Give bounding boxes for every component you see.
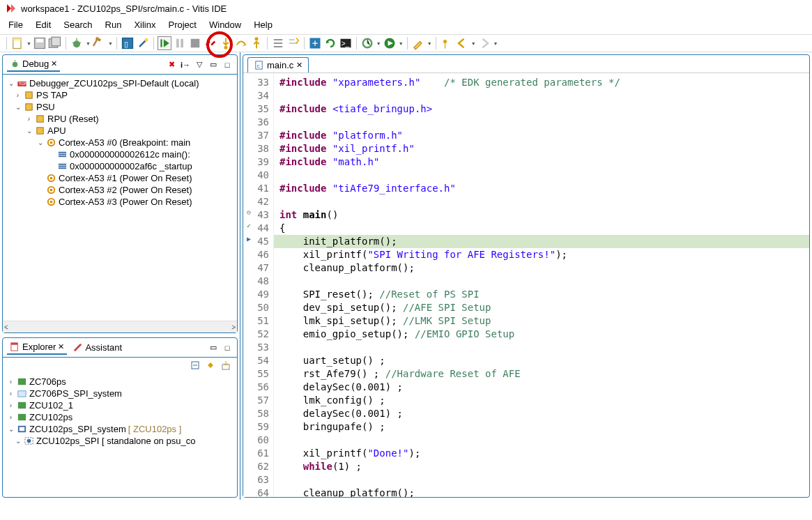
magic-wand-icon[interactable] (136, 36, 150, 50)
pause-icon[interactable] (173, 36, 187, 50)
frame0-node[interactable]: 0x000000000002612c main(): (4, 148, 236, 160)
svg-rect-15 (176, 39, 179, 48)
link-editor-icon[interactable] (205, 360, 216, 371)
collapse-icon[interactable]: › (7, 402, 15, 409)
chip-icon (24, 102, 34, 112)
menu-project[interactable]: Project (169, 20, 197, 30)
target-connect-icon[interactable] (308, 36, 322, 50)
line-number-ruler[interactable]: 3334353637383940414243444546474849505152… (254, 73, 274, 497)
maximize-icon[interactable]: □ (222, 59, 233, 70)
refresh-icon[interactable] (323, 36, 337, 50)
forward-icon[interactable] (477, 36, 491, 50)
build-dropdown-icon[interactable]: ▼ (108, 41, 113, 46)
project-label: ZCU102ps_SPI_system (29, 424, 126, 434)
run-dropdown-icon[interactable]: ▼ (399, 41, 404, 46)
maximize-icon[interactable]: □ (222, 342, 233, 353)
menu-edit[interactable]: Edit (36, 20, 51, 30)
expand-icon[interactable]: ⌄ (14, 437, 22, 445)
core0-node[interactable]: ⌄ Cortex-A53 #0 (Breakpoint: main (4, 137, 236, 148)
collapse-icon[interactable]: › (7, 390, 15, 397)
project-zcu102ps[interactable]: › ZCU102ps (4, 411, 236, 423)
core2-node[interactable]: Cortex-A53 #2 (Power On Reset) (4, 184, 236, 196)
gear-icon (46, 137, 56, 148)
step-return-icon[interactable] (250, 36, 263, 50)
scroll-left-icon[interactable]: < (4, 323, 8, 331)
align-icon[interactable] (271, 36, 285, 50)
close-icon[interactable]: ✕ (51, 59, 57, 68)
expand-icon[interactable]: ⌄ (7, 79, 15, 87)
expand-icon[interactable]: ⌄ (36, 139, 44, 146)
rpu-node[interactable]: › RPU (Reset) (4, 113, 236, 125)
editor-tab-main-c[interactable]: c main.c ✕ (247, 57, 309, 72)
close-icon[interactable]: ✕ (296, 61, 302, 70)
menu-xilinx[interactable]: Xilinx (134, 20, 155, 30)
debug-tab[interactable]: Debug ✕ (7, 57, 60, 72)
import-icon[interactable] (220, 360, 231, 371)
back-icon[interactable] (455, 36, 469, 50)
project-zc706ps-spi-system[interactable]: › ZC706PS_SPI_system (4, 388, 236, 399)
debug-dropdown-icon[interactable]: ▼ (86, 41, 91, 46)
profile-dropdown-icon[interactable]: ▼ (376, 41, 381, 46)
run-icon[interactable] (383, 36, 397, 50)
expand-icon[interactable]: ⌄ (25, 127, 33, 135)
scroll-right-icon[interactable]: > (231, 323, 236, 331)
debug-root[interactable]: ⌄ TCP Debugger_ZCU102ps_SPI-Default (Loc… (4, 77, 236, 89)
instr-step-icon[interactable] (286, 36, 300, 50)
xsct-icon[interactable]: ▯ (121, 36, 135, 50)
svg-rect-36 (26, 92, 32, 98)
close-icon[interactable]: ✕ (58, 342, 64, 351)
expand-icon[interactable]: ⌄ (14, 103, 22, 111)
marker-gutter[interactable]: ⊖✓▶ (243, 73, 254, 497)
debugger-icon: TCP (17, 78, 27, 89)
menu-help[interactable]: Help (254, 20, 273, 30)
profile-icon[interactable] (360, 36, 374, 50)
collapse-all-icon[interactable] (190, 360, 201, 371)
minimize-icon[interactable]: ▭ (208, 59, 219, 70)
stop-icon[interactable] (188, 36, 202, 50)
step-over-icon[interactable] (234, 36, 248, 50)
minimize-icon[interactable]: ▭ (208, 342, 219, 353)
explorer-tab[interactable]: Explorer ✕ (7, 340, 67, 355)
menu-file[interactable]: File (8, 20, 23, 30)
project-zc706ps[interactable]: › ZC706ps (4, 376, 236, 388)
psu-node[interactable]: ⌄ PSU (4, 101, 236, 113)
disconnect-icon[interactable] (204, 36, 217, 50)
project-zcu102-1[interactable]: › ZCU102_1 (4, 399, 236, 411)
view-menu-icon[interactable]: ▽ (194, 59, 205, 70)
hammer-icon[interactable] (92, 36, 106, 50)
assistant-tab[interactable]: Assistant (70, 341, 125, 354)
new-dropdown-icon[interactable]: ▼ (26, 41, 31, 46)
menu-search[interactable]: Search (63, 20, 92, 30)
frame1-node[interactable]: 0x000000000002af6c _startup (4, 160, 236, 172)
svg-rect-3 (36, 39, 43, 43)
save-icon[interactable] (33, 36, 47, 50)
info-icon[interactable]: i→ (180, 59, 191, 70)
menu-window[interactable]: Window (209, 20, 241, 30)
step-into-icon[interactable] (219, 36, 233, 50)
project-zcu102ps-spi[interactable]: ⌄ ZCU102ps_SPI [ standalone on psu_co (4, 435, 236, 447)
highlight-dropdown-icon[interactable]: ▼ (427, 41, 432, 46)
menu-run[interactable]: Run (105, 20, 122, 30)
apu-node[interactable]: ⌄ APU (4, 125, 236, 137)
collapse-icon[interactable]: › (7, 378, 15, 385)
save-all-icon[interactable] (48, 36, 62, 50)
core1-node[interactable]: Cortex-A53 #1 (Power On Reset) (4, 172, 236, 184)
collapse-icon[interactable]: › (14, 91, 22, 99)
highlight-icon[interactable] (411, 36, 425, 50)
console-icon[interactable]: >_ (339, 36, 353, 50)
remove-terminated-icon[interactable]: ✖ (166, 59, 177, 70)
bug-icon[interactable] (70, 36, 84, 50)
code-editor[interactable]: #include "xparameters.h" /* EDK generate… (274, 73, 809, 497)
project-zcu102ps-spi-system[interactable]: ⌄ ZCU102ps_SPI_system [ ZCU102ps ] (4, 423, 236, 435)
collapse-icon[interactable]: › (25, 115, 33, 123)
core3-node[interactable]: Cortex-A53 #3 (Power On Reset) (4, 196, 236, 208)
forward-dropdown-icon[interactable]: ▼ (493, 41, 498, 46)
pin-icon[interactable] (440, 36, 454, 50)
back-dropdown-icon[interactable]: ▼ (471, 41, 476, 46)
collapse-icon[interactable]: › (7, 413, 15, 421)
resume-icon[interactable] (158, 36, 171, 50)
expand-icon[interactable]: ⌄ (7, 425, 15, 433)
horizontal-scrollbar[interactable]: < > (3, 321, 237, 332)
new-icon[interactable] (10, 36, 24, 50)
ps-tap-node[interactable]: › PS TAP (4, 89, 236, 101)
